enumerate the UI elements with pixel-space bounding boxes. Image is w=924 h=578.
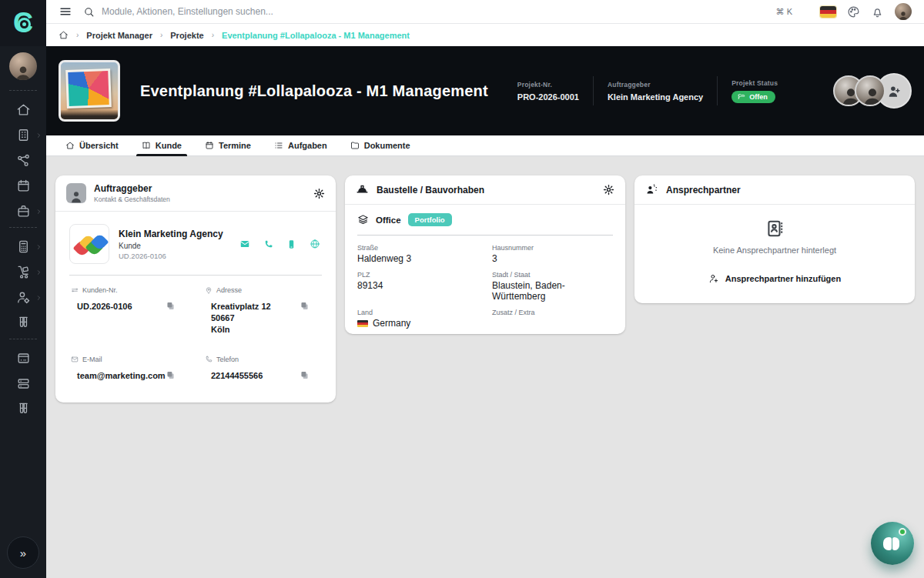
calendar-icon: [205, 141, 214, 150]
member-avatar[interactable]: [855, 75, 886, 106]
breadcrumb-item-projekte[interactable]: Projekte: [170, 31, 203, 40]
app-logo[interactable]: C: [0, 0, 46, 46]
tab-termine[interactable]: Termine: [193, 135, 263, 155]
website-action-button[interactable]: [310, 239, 320, 249]
terminal-icon: [16, 351, 31, 366]
add-contact-button[interactable]: Ansprechpartner hinzufügen: [708, 273, 841, 284]
contacts-card-header: Ansprechpartner: [634, 175, 915, 205]
number-value: 3: [492, 253, 613, 264]
billboard-graphic: [65, 68, 112, 109]
search-input[interactable]: [102, 6, 425, 17]
language-flag-german[interactable]: [820, 6, 836, 18]
person-icon: [69, 188, 84, 203]
client-block: Auftraggeber Klein Marketing Agency: [608, 81, 703, 102]
page-title: Eventplanung #Lollapalooza - M1 Manageme…: [140, 82, 488, 100]
contact-book-icon: [142, 141, 151, 150]
copy-icon: [300, 301, 310, 311]
sidebar-item-rack[interactable]: [0, 371, 46, 396]
company-row: Klein Marketing Agency Kunde UD.2026-010…: [69, 224, 322, 264]
keyboard-shortcut-hint: ⌘ K: [776, 7, 792, 17]
country-value: Germany: [357, 318, 478, 329]
field-email: E-Mail team@marketing.com: [71, 356, 186, 382]
tab-aufgaben[interactable]: Aufgaben: [263, 135, 339, 155]
person-plus-icon: [708, 273, 719, 284]
project-members: [833, 73, 912, 109]
people-icon: [645, 183, 658, 196]
copy-button[interactable]: [300, 370, 310, 380]
copy-button[interactable]: [166, 301, 176, 311]
brain-icon: [883, 535, 902, 552]
contacts-card-body: Keine Ansprechpartner hinterlegt Ansprec…: [634, 205, 915, 284]
bell-icon: [871, 5, 884, 18]
sidebar-item-lab-2[interactable]: [0, 396, 46, 422]
tab-kunde[interactable]: Kunde: [130, 135, 193, 155]
field-address: Adresse Kreativplatz 1250667Köln: [205, 286, 320, 336]
portfolio-badge[interactable]: Portfolio: [408, 213, 452, 226]
sidebar-item-user-settings[interactable]: [0, 285, 46, 310]
company-id: UD.2026-0106: [119, 252, 223, 260]
status-label: Projekt Status: [732, 79, 778, 87]
smartphone-icon: [286, 239, 296, 249]
tubes-icon-2: [16, 402, 31, 416]
company-logo: [69, 224, 109, 264]
sidebar-divider: [9, 90, 37, 91]
mobile-action-button[interactable]: [286, 239, 296, 249]
site-fields: Straße Haldenweg 3 Hausnummer 3 PLZ 8913…: [357, 236, 613, 329]
copy-button[interactable]: [300, 301, 310, 311]
site-card: Baustelle / Bauvorhaben Office Portfolio…: [345, 175, 625, 334]
briefcase-icon: [16, 204, 31, 219]
breadcrumb-current[interactable]: Eventplanung #Lollapalooza - M1 Manageme…: [222, 31, 410, 40]
sidebar-item-network[interactable]: [0, 148, 46, 173]
breadcrumb-home[interactable]: [59, 30, 69, 40]
ai-assistant-button[interactable]: [871, 522, 914, 565]
status-badge[interactable]: Offen: [732, 91, 775, 103]
sidebar-item-lab[interactable]: [0, 310, 46, 336]
mail-action-button[interactable]: [239, 239, 250, 249]
home-icon: [59, 30, 69, 40]
tubes-icon: [16, 316, 31, 330]
network-icon: [16, 153, 31, 168]
sidebar-item-terminal[interactable]: [0, 346, 46, 371]
german-flag: [357, 320, 368, 327]
field-phone: Telefon 22144455566: [205, 356, 320, 382]
client-settings-button[interactable]: [313, 188, 325, 199]
company-info: Klein Marketing Agency Kunde UD.2026-010…: [119, 229, 223, 260]
palette-icon: [847, 5, 860, 18]
notifications-button[interactable]: [871, 5, 884, 18]
calculator-icon: [16, 239, 31, 254]
project-thumbnail[interactable]: [59, 60, 120, 122]
sidebar-item-logistics[interactable]: [0, 259, 46, 285]
pin-icon: [205, 286, 213, 294]
client-avatar-icon: [66, 183, 86, 203]
sidebar-item-home[interactable]: [0, 97, 46, 122]
sidebar-user-avatar[interactable]: [9, 52, 37, 80]
project-number-label: Projekt-Nr.: [517, 81, 579, 89]
hamburger-menu-button[interactable]: [59, 5, 72, 18]
main-content: Auftraggeber Kontakt & Geschäftsdaten Kl…: [46, 156, 924, 578]
mail-icon: [71, 356, 79, 363]
tab-uebersicht[interactable]: Übersicht: [54, 135, 130, 155]
company-type: Kunde: [119, 242, 223, 250]
gear-icon: [603, 184, 614, 195]
sidebar-item-projects[interactable]: [0, 199, 46, 224]
tab-dokumente[interactable]: Dokumente: [339, 135, 422, 155]
search-icon: [83, 6, 95, 18]
sidebar-item-calculator[interactable]: [0, 234, 46, 259]
call-action-button[interactable]: [263, 239, 273, 249]
breadcrumb-item-projekt-manager[interactable]: Projekt Manager: [86, 31, 152, 40]
client-value: Klein Marketing Agency: [608, 92, 703, 102]
sidebar-item-calendar[interactable]: [0, 173, 46, 199]
layers-icon: [357, 214, 369, 226]
company-name: Klein Marketing Agency: [119, 229, 223, 239]
hamburger-icon: [59, 5, 72, 18]
topbar-user-avatar[interactable]: [895, 3, 912, 20]
sidebar-collapse-button[interactable]: »: [7, 536, 39, 569]
sidebar-item-companies[interactable]: [0, 122, 46, 148]
theme-palette-button[interactable]: [847, 5, 860, 18]
logo-gear-icon: [20, 20, 28, 28]
copy-button[interactable]: [166, 370, 176, 380]
project-number-block: Projekt-Nr. PRO-2026-0001: [517, 81, 579, 102]
chevron-right-icon: [35, 243, 42, 250]
person-icon: [13, 62, 33, 80]
site-settings-button[interactable]: [603, 184, 614, 195]
